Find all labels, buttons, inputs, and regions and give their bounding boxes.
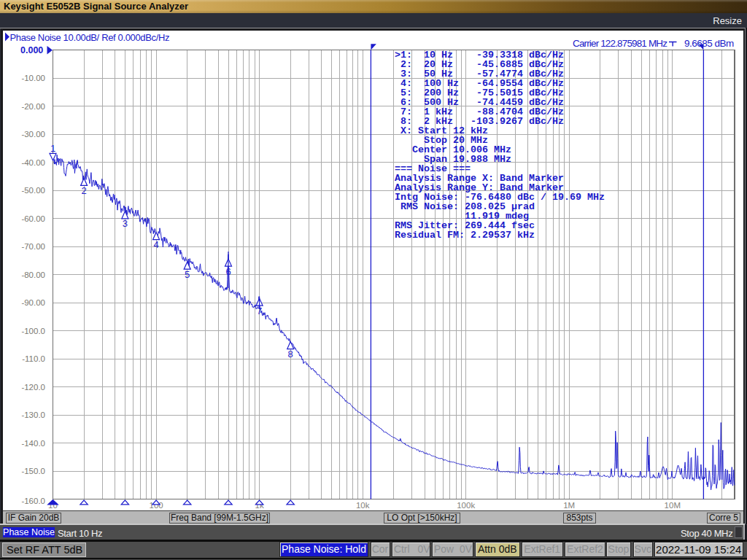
svg-text:5: 5 xyxy=(185,269,190,280)
svg-text:-70.00: -70.00 xyxy=(21,242,45,251)
svg-text:-30.00: -30.00 xyxy=(21,130,45,139)
svg-text:-60.00: -60.00 xyxy=(21,214,45,223)
svg-text:100k: 100k xyxy=(457,501,475,510)
svg-text:-20.00: -20.00 xyxy=(21,102,45,111)
svg-text:10M: 10M xyxy=(665,501,681,510)
svg-text:3: 3 xyxy=(123,218,128,229)
svg-text:-120.0: -120.0 xyxy=(21,383,45,392)
svg-text:-110.0: -110.0 xyxy=(22,354,45,363)
svg-text:-10.00: -10.00 xyxy=(21,74,45,82)
svg-text:-160.0: -160.0 xyxy=(21,497,45,505)
svg-text:4: 4 xyxy=(153,239,158,250)
svg-text:-80.00: -80.00 xyxy=(21,271,45,279)
svg-text:-90.00: -90.00 xyxy=(21,298,45,307)
svg-text:-150.0: -150.0 xyxy=(21,467,45,475)
svg-text:-130.0: -130.0 xyxy=(21,411,45,419)
svg-text:7: 7 xyxy=(257,306,262,316)
svg-text:6: 6 xyxy=(225,266,231,277)
svg-text:1M: 1M xyxy=(563,501,575,510)
svg-text:-100.0: -100.0 xyxy=(21,327,45,335)
svg-text:8: 8 xyxy=(288,349,293,359)
svg-text:2: 2 xyxy=(81,185,86,196)
svg-text:-40.00: -40.00 xyxy=(21,158,45,167)
svg-text:-140.0: -140.0 xyxy=(21,439,45,448)
svg-text:10k: 10k xyxy=(356,501,370,510)
svg-text:-50.00: -50.00 xyxy=(21,186,45,195)
svg-text:1: 1 xyxy=(50,143,55,154)
